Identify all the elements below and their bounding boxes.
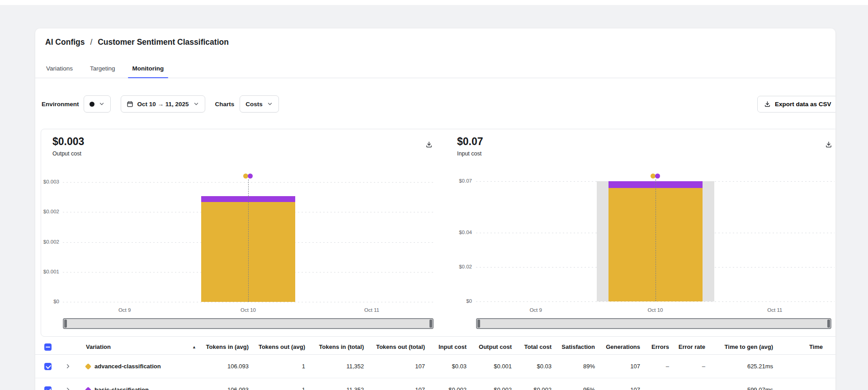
- download-icon: [764, 101, 771, 108]
- plot-area: $0.07$0.04$0.02$0Oct 9Oct 10Oct 11: [438, 129, 835, 336]
- row-checkbox[interactable]: [44, 386, 52, 390]
- environment-select[interactable]: [84, 95, 111, 113]
- col-input-cost[interactable]: Input cost: [425, 343, 467, 350]
- tokens-out-total-value: 107: [364, 363, 425, 370]
- col-error-rate[interactable]: Error rate: [669, 343, 705, 350]
- hover-guide-line: [248, 179, 249, 302]
- release-marker-dot[interactable]: [655, 174, 660, 179]
- input-cost-value: $0.03: [425, 363, 467, 370]
- col-tokens-in-total[interactable]: Tokens in (total): [305, 343, 364, 350]
- generations-value: 107: [595, 386, 640, 390]
- sort-ascending-icon[interactable]: ▲: [192, 345, 196, 349]
- table-row-advanced-classification: advanced-classification 106.093 1 11,352…: [35, 355, 835, 378]
- y-axis-label: $0: [454, 298, 472, 304]
- environment-dot-icon: [90, 102, 94, 107]
- date-range-value: Oct 10 → 11, 2025: [137, 101, 189, 108]
- top-strip: [0, 0, 868, 5]
- y-axis-label: $0.003: [43, 179, 59, 184]
- export-csv-label: Export data as CSV: [775, 101, 831, 108]
- tokens-in-avg-value: 106.093: [199, 363, 249, 370]
- release-marker-dot[interactable]: [651, 174, 656, 179]
- col-tokens-in-avg[interactable]: Tokens in (avg): [199, 343, 249, 350]
- time-to-gen-avg-value: 625.21ms: [705, 363, 773, 370]
- errors-value: –: [640, 363, 669, 370]
- main-card: AI Configs / Customer Sentiment Classifi…: [35, 28, 835, 390]
- brush-handle-right[interactable]: [827, 320, 830, 328]
- date-range-picker[interactable]: Oct 10 → 11, 2025: [121, 95, 205, 113]
- y-axis-label: $0.002: [43, 209, 59, 214]
- tokens-in-total-value: 11,352: [305, 363, 364, 370]
- chevron-down-icon: [99, 101, 105, 107]
- charts-label: Charts: [215, 101, 235, 108]
- select-all-checkbox[interactable]: [44, 343, 52, 351]
- y-axis-label: $0.001: [43, 269, 59, 274]
- expand-row-chevron-icon[interactable]: [58, 363, 86, 369]
- variation-name[interactable]: advanced-classification: [94, 363, 161, 370]
- variation-name[interactable]: basic-classification: [94, 386, 149, 390]
- chevron-down-icon: [267, 101, 273, 107]
- total-cost-value: $0.03: [512, 363, 552, 370]
- col-errors[interactable]: Errors: [640, 343, 669, 350]
- x-axis-label: Oct 9: [521, 307, 550, 313]
- tokens-out-avg-value: 1: [249, 363, 305, 370]
- tab-targeting[interactable]: Targeting: [89, 62, 116, 78]
- breadcrumb: AI Configs / Customer Sentiment Classifi…: [45, 38, 229, 47]
- row-checkbox[interactable]: [44, 363, 52, 370]
- page-title: Customer Sentiment Classification: [98, 38, 229, 47]
- calendar-icon: [127, 101, 133, 108]
- col-tokens-out-avg[interactable]: Tokens out (avg): [249, 343, 305, 350]
- col-time-next[interactable]: Time: [773, 343, 823, 350]
- tab-monitoring[interactable]: Monitoring: [132, 62, 165, 78]
- brush-handle-left[interactable]: [477, 320, 480, 328]
- y-axis-label: $0.07: [454, 178, 472, 183]
- chart-brush[interactable]: [63, 318, 434, 329]
- chart-brush[interactable]: [476, 318, 831, 329]
- hover-guide-line: [656, 179, 656, 301]
- x-axis-label: Oct 9: [110, 307, 139, 313]
- breadcrumb-separator: /: [90, 38, 92, 47]
- col-time-to-gen-avg[interactable]: Time to gen (avg): [705, 343, 773, 350]
- tokens-out-total-value: 107: [364, 386, 425, 390]
- charts-select[interactable]: Costs: [240, 95, 279, 113]
- variations-table: Variation ▲ Tokens in (avg) Tokens out (…: [35, 339, 835, 390]
- output-cost-value: $0.002: [467, 386, 512, 390]
- x-axis-label: Oct 11: [760, 307, 789, 313]
- tokens-in-avg-value: 106.093: [199, 386, 249, 390]
- table-row-basic-classification: basic-classification 106.093 1 11,352 10…: [35, 378, 835, 390]
- brush-handle-right[interactable]: [429, 320, 432, 328]
- variation-diamond-icon: [85, 386, 91, 390]
- generations-value: 107: [595, 363, 640, 370]
- brush-handle-left[interactable]: [64, 320, 67, 328]
- col-total-cost[interactable]: Total cost: [512, 343, 552, 350]
- x-axis-label: Oct 11: [357, 307, 386, 313]
- x-axis-label: Oct 10: [234, 307, 263, 313]
- gridline: [63, 302, 434, 302]
- chevron-down-icon: [193, 101, 199, 107]
- plot-area: $0.003$0.002$0.002$0.001$0Oct 9Oct 10Oct…: [41, 129, 438, 336]
- charts-panel: $0.003 Output cost $0.003$0.002$0.002$0.…: [41, 129, 835, 337]
- x-axis-label: Oct 10: [641, 307, 670, 313]
- col-generations[interactable]: Generations: [595, 343, 640, 350]
- variation-diamond-icon: [85, 363, 91, 369]
- y-axis-label: $0.04: [454, 230, 472, 235]
- col-satisfaction[interactable]: Satisfaction: [552, 343, 595, 350]
- output-cost-chart: $0.003 Output cost $0.003$0.002$0.002$0.…: [41, 129, 438, 336]
- tab-variations[interactable]: Variations: [45, 62, 74, 78]
- input-cost-chart: $0.07 Input cost $0.07$0.04$0.02$0Oct 9O…: [438, 129, 835, 336]
- col-variation[interactable]: Variation: [86, 343, 111, 350]
- breadcrumb-section[interactable]: AI Configs: [45, 38, 85, 47]
- tokens-in-total-value: 11,352: [305, 386, 364, 390]
- satisfaction-value: 89%: [552, 363, 595, 370]
- time-to-gen-avg-value: 599.07ms: [705, 386, 773, 390]
- expand-row-chevron-icon[interactable]: [58, 387, 86, 390]
- errors-value: –: [640, 386, 669, 390]
- col-output-cost[interactable]: Output cost: [467, 343, 512, 350]
- error-rate-value: –: [669, 386, 705, 390]
- tab-bar: Variations Targeting Monitoring: [35, 62, 835, 78]
- toolbar: Environment Oct 10 → 11, 2025 Charts Cos…: [35, 95, 835, 113]
- table-header-row: Variation ▲ Tokens in (avg) Tokens out (…: [35, 339, 835, 355]
- export-csv-button[interactable]: Export data as CSV: [757, 96, 835, 113]
- y-axis-label: $0.02: [454, 264, 472, 269]
- col-tokens-out-total[interactable]: Tokens out (total): [364, 343, 425, 350]
- release-marker-dot[interactable]: [248, 174, 253, 179]
